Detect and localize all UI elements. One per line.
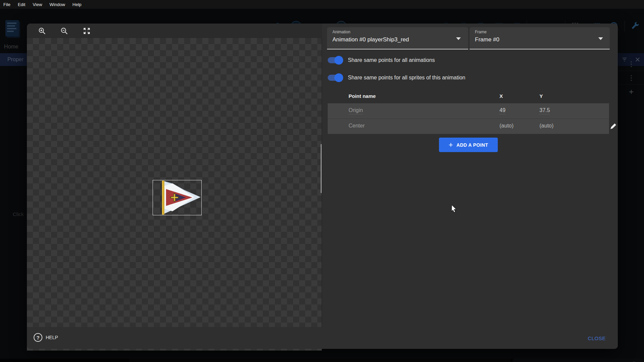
share-points-all-sprites-row: Share same points for all sprites of thi… [328,73,466,82]
chevron-down-icon [598,37,603,40]
menu-file[interactable]: File [3,2,14,7]
frame-select-label: Frame [475,30,487,34]
add-a-point-label: ADD A POINT [456,142,488,148]
menu-window[interactable]: Window [49,2,69,7]
menu-view[interactable]: View [33,2,46,7]
close-button[interactable]: CLOSE [586,335,608,341]
point-row-center[interactable]: Center (auto) (auto) [328,119,609,134]
sprite-canvas[interactable] [27,38,322,351]
point-y-field[interactable]: (auto) [539,123,554,129]
column-header-point-name: Point name [349,93,376,99]
share-points-all-sprites-toggle[interactable] [328,75,343,81]
zoom-out-icon[interactable] [59,26,69,36]
edit-pencil-icon[interactable] [609,121,618,130]
chevron-down-icon [456,37,461,40]
dialog-footer: ? HELP CLOSE [27,327,618,349]
animation-select-label: Animation [332,30,350,34]
frame-select-value: Frame #0 [475,36,499,43]
canvas-toolbar [27,24,322,38]
column-header-y: Y [539,93,543,99]
menu-edit[interactable]: Edit [18,2,29,7]
help-button[interactable]: ? HELP [34,333,58,342]
screen: File Edit View Window Help PREVIEW PUBLI… [0,0,644,362]
point-x-field[interactable]: (auto) [499,123,514,129]
column-header-x: X [499,93,503,99]
add-a-point-button[interactable]: + ADD A POINT [439,138,498,152]
point-name-field[interactable]: Center [349,123,365,129]
toggle-label: Share same points for all sprites of thi… [348,75,466,81]
toggle-label: Share same points for all animations [348,57,435,63]
point-row-origin[interactable]: Origin 49 37.5 [328,103,609,118]
share-points-all-animations-toggle[interactable] [328,57,343,63]
point-name-field[interactable]: Origin [349,107,363,114]
point-y-field[interactable]: 37.5 [539,107,550,114]
edit-points-dialog: Animation Animation #0 playerShip3_red F… [27,24,618,349]
sprite-selection-box[interactable] [153,180,202,215]
point-x-field[interactable]: 49 [499,107,506,114]
frame-select[interactable]: Frame Frame #0 [470,27,610,49]
question-mark-icon: ? [34,333,42,342]
share-points-all-animations-row: Share same points for all animations [328,56,435,65]
zoom-in-icon[interactable] [37,26,47,36]
plus-icon: + [449,141,453,149]
animation-select[interactable]: Animation Animation #0 playerShip3_red [327,27,468,49]
fit-to-screen-icon[interactable] [82,26,92,36]
menu-bar: File Edit View Window Help [0,0,644,9]
menu-help[interactable]: Help [73,2,86,7]
help-label: HELP [46,335,58,340]
canvas-scrollbar[interactable] [321,144,322,193]
animation-select-value: Animation #0 playerShip3_red [332,36,409,43]
player-ship-sprite[interactable] [153,180,201,215]
mouse-cursor [451,205,458,213]
